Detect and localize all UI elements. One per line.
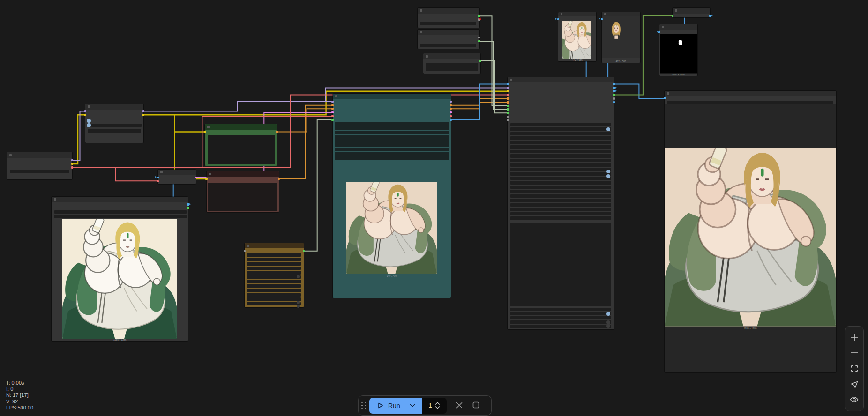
pink-output-port[interactable] bbox=[450, 111, 452, 113]
collapse-icon[interactable] bbox=[160, 171, 163, 173]
widget-row[interactable] bbox=[335, 131, 449, 134]
collapse-icon[interactable] bbox=[561, 13, 562, 15]
orange-input-port[interactable] bbox=[507, 97, 509, 99]
red-output-port[interactable] bbox=[71, 166, 73, 168]
widget-row[interactable] bbox=[510, 154, 611, 158]
collapse-icon[interactable] bbox=[604, 13, 606, 15]
green-output-port[interactable] bbox=[478, 40, 480, 42]
widget-row[interactable] bbox=[510, 186, 611, 189]
gray-input-port[interactable] bbox=[507, 119, 509, 121]
widget-row[interactable] bbox=[426, 63, 478, 67]
negative-prompt-node-text-area[interactable] bbox=[208, 183, 277, 211]
green-input-port[interactable] bbox=[507, 105, 509, 107]
widget-row[interactable] bbox=[247, 267, 301, 270]
blue-output-port[interactable] bbox=[613, 90, 615, 92]
widget-row[interactable] bbox=[510, 308, 611, 311]
collapse-icon[interactable] bbox=[247, 245, 249, 247]
widget-row[interactable] bbox=[510, 199, 611, 202]
widget-row[interactable] bbox=[247, 297, 301, 301]
mask-preview-node[interactable]: 1280 × 1286 bbox=[659, 24, 697, 76]
green-input-port[interactable] bbox=[507, 108, 509, 110]
collapse-icon[interactable] bbox=[662, 26, 664, 28]
collapse-icon[interactable] bbox=[667, 92, 669, 95]
orange-input-port[interactable] bbox=[331, 108, 333, 110]
collapse-icon[interactable] bbox=[207, 126, 210, 128]
clip-model-node[interactable] bbox=[85, 104, 143, 143]
gray-output-port[interactable] bbox=[478, 37, 480, 38]
string-node-2[interactable] bbox=[418, 30, 479, 49]
cancel-button[interactable] bbox=[455, 401, 464, 410]
widget-toggle-circle[interactable] bbox=[87, 123, 90, 127]
collapse-icon[interactable] bbox=[88, 105, 90, 108]
widget-toggle-circle[interactable] bbox=[297, 301, 300, 304]
orange-output-port[interactable] bbox=[278, 178, 280, 180]
pink-input-port[interactable] bbox=[331, 111, 333, 113]
purple-input-port[interactable] bbox=[507, 87, 509, 89]
sampler-node-titlebar[interactable] bbox=[508, 77, 614, 82]
detailer-node-image-preview[interactable] bbox=[346, 182, 437, 274]
negative-prompt-node[interactable] bbox=[207, 171, 279, 212]
widget-row[interactable] bbox=[54, 210, 187, 214]
widget-row[interactable] bbox=[510, 172, 611, 176]
checkpoint-loader-node[interactable] bbox=[7, 152, 72, 179]
widget-toggle-circle[interactable] bbox=[606, 320, 610, 324]
negative-prompt-node-titlebar[interactable] bbox=[207, 171, 279, 177]
widget-row[interactable] bbox=[247, 284, 301, 288]
yellow-input-port[interactable] bbox=[204, 131, 206, 133]
widget-row[interactable] bbox=[10, 170, 70, 173]
sampler-node[interactable] bbox=[508, 77, 614, 329]
yellow-input-port[interactable] bbox=[84, 114, 86, 116]
lora-stack-node[interactable] bbox=[245, 243, 304, 307]
pink-output-port[interactable] bbox=[195, 177, 197, 178]
yellow-input-port[interactable] bbox=[205, 178, 207, 180]
widget-row[interactable] bbox=[510, 208, 611, 211]
widget-row[interactable] bbox=[510, 325, 611, 328]
widget-row[interactable] bbox=[420, 44, 476, 47]
widget-row[interactable] bbox=[510, 203, 611, 207]
positive-prompt-node-titlebar[interactable] bbox=[205, 124, 277, 130]
image-preview-node-1[interactable]: 472 × 586 bbox=[558, 12, 597, 61]
run-options-chevron-icon[interactable] bbox=[410, 404, 415, 408]
widget-toggle-circle[interactable] bbox=[87, 119, 90, 123]
widget-row[interactable] bbox=[510, 132, 611, 136]
blue-input-port[interactable] bbox=[664, 97, 666, 99]
red-input-port[interactable] bbox=[331, 115, 333, 117]
load-image-node-titlebar[interactable] bbox=[52, 197, 188, 202]
collapse-icon[interactable] bbox=[209, 173, 211, 175]
green-input-port[interactable] bbox=[507, 112, 509, 114]
batch-decrement-icon[interactable] bbox=[435, 406, 440, 409]
image-preview-node-2[interactable]: 472 × 586 bbox=[602, 12, 640, 62]
node-graph-canvas[interactable]: ✕ 472 × 586 472 × 5861280 × 1286 bbox=[0, 0, 868, 416]
widget-row[interactable] bbox=[247, 258, 301, 261]
collapse-icon[interactable] bbox=[510, 79, 512, 81]
purple-input-port[interactable] bbox=[84, 110, 86, 112]
red-input-port[interactable] bbox=[157, 180, 159, 182]
collapse-icon[interactable] bbox=[420, 9, 422, 12]
vae-encode-node[interactable] bbox=[158, 170, 196, 184]
stop-button[interactable] bbox=[472, 401, 480, 410]
zoom-in-button[interactable] bbox=[850, 333, 859, 342]
widget-row[interactable] bbox=[420, 22, 476, 25]
green-output-port[interactable] bbox=[303, 250, 305, 252]
widget-row[interactable] bbox=[335, 148, 449, 151]
collapse-icon[interactable] bbox=[426, 55, 428, 58]
checkpoint-loader-node-titlebar[interactable] bbox=[7, 152, 72, 158]
string-node-1-titlebar[interactable] bbox=[418, 8, 479, 14]
red-input-port[interactable] bbox=[507, 94, 509, 96]
purple-output-port[interactable] bbox=[71, 159, 73, 161]
widget-row[interactable] bbox=[510, 190, 611, 193]
widget-row[interactable] bbox=[335, 139, 449, 143]
mask-preview-node-titlebar[interactable] bbox=[659, 24, 697, 30]
widget-row[interactable] bbox=[247, 293, 301, 297]
save-image-node[interactable]: 1280 × 1286 bbox=[665, 91, 836, 372]
image-preview-node-1-image-preview[interactable] bbox=[562, 21, 591, 59]
widget-row[interactable] bbox=[510, 216, 611, 220]
purple-output-port[interactable] bbox=[142, 110, 144, 112]
load-image-node-image-preview[interactable] bbox=[62, 219, 177, 339]
batch-count-value[interactable]: 1 bbox=[429, 402, 432, 409]
widget-row[interactable] bbox=[510, 177, 611, 180]
batch-count-input[interactable]: 1 bbox=[422, 398, 447, 414]
purple-output-port[interactable] bbox=[450, 101, 452, 103]
widget-row[interactable] bbox=[510, 150, 611, 154]
green-output-port[interactable] bbox=[613, 94, 615, 96]
